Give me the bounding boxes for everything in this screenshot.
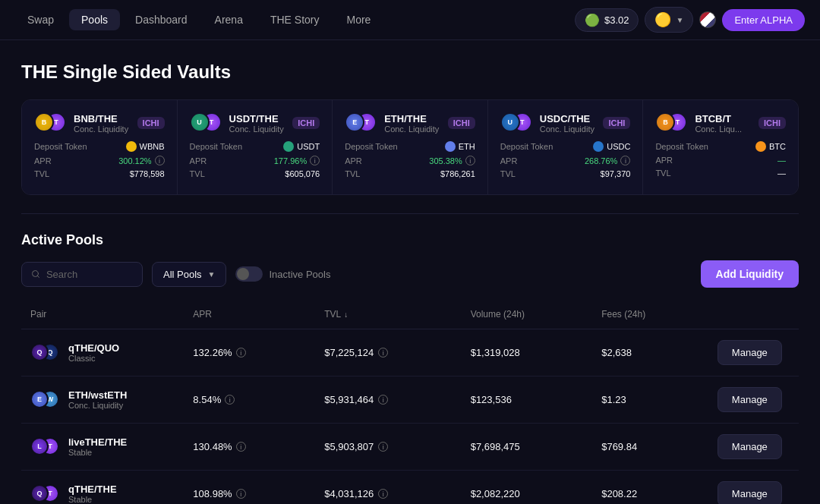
vault-apr-eth: APR 305.38% i <box>345 156 475 165</box>
vault-icons-btcb: B T <box>655 112 689 134</box>
info-icon-usdt-apr: i <box>310 156 320 165</box>
dot-eth <box>445 141 456 152</box>
col-header-apr: APR <box>184 303 315 329</box>
tvl-sort-icon: ↓ <box>344 310 348 319</box>
nav-more[interactable]: More <box>335 9 383 30</box>
vaults-row: B T BNB/THE Conc. Liquidity ICHI Deposit… <box>21 99 799 195</box>
tvl-cell-3: $4,031,126 i <box>315 471 461 505</box>
tvl-cell-0: $7,225,124 i <box>315 329 461 376</box>
pair-cell-3: QTqTHE/THEStable <box>21 471 184 505</box>
manage-cell-2: Manage <box>708 424 799 471</box>
pair-icon-qthe: Q <box>30 343 49 361</box>
info-icon-eth-apr: i <box>465 156 475 165</box>
vault-card-eth-the: E T ETH/THE Conc. Liquidity ICHI Deposit… <box>333 100 488 194</box>
vault-icon-eth: E <box>345 112 364 132</box>
vault-card-bnb-the: B T BNB/THE Conc. Liquidity ICHI Deposit… <box>22 100 178 194</box>
table-row: QTqTHE/THEStable108.98% i$4,031,126 i$2,… <box>21 471 799 505</box>
filter-chevron-icon: ▼ <box>208 270 216 279</box>
vault-deposit-usdt: Deposit Token USDT <box>190 141 320 152</box>
nav-arena[interactable]: Arena <box>203 9 255 30</box>
vault-card-usdc-the: U T USDC/THE Conc. Liquidity ICHI Deposi… <box>488 100 644 194</box>
pools-tbody: QQqTHE/QUOClassic132.26% i$7,225,124 i$1… <box>21 329 799 505</box>
vault-card-usdt-the: U T USDT/THE Conc. Liquidity ICHI Deposi… <box>178 100 333 194</box>
vault-name-bnb: BNB/THE Conc. Liquidity <box>74 113 128 134</box>
vault-header-usdc: U T USDC/THE Conc. Liquidity ICHI <box>500 112 631 134</box>
price-value: $3.02 <box>604 14 629 26</box>
svg-line-1 <box>37 276 39 277</box>
volume-cell-2: $7,698,475 <box>462 424 593 471</box>
vault-apr-usdt: APR 177.96% i <box>190 156 320 165</box>
vault-tvl-bnb: TVL $778,598 <box>34 169 165 178</box>
table-row: LTliveTHE/THEStable130.48% i$5,903,807 i… <box>21 424 799 471</box>
col-header-volume: Volume (24h) <box>462 303 593 329</box>
dot-usdt <box>283 141 294 152</box>
pools-table: Pair APR TVL ↓ Volume (24h) Fees (24h) Q… <box>21 303 799 504</box>
fees-cell-2: $769.84 <box>592 424 708 471</box>
vault-icon-usdt: U <box>190 112 210 132</box>
vault-icons-eth: E T <box>345 112 378 134</box>
search-box[interactable] <box>21 262 143 287</box>
dot-btc <box>755 141 766 152</box>
col-header-tvl[interactable]: TVL ↓ <box>315 303 461 329</box>
manage-button-3[interactable]: Manage <box>718 481 782 504</box>
inactive-pools-toggle[interactable] <box>235 266 263 282</box>
token-selector[interactable]: 🟡 ▼ <box>645 7 693 33</box>
manage-cell-3: Manage <box>708 471 799 505</box>
vault-tvl-btcb: TVL — <box>655 169 786 178</box>
ichi-badge-btcb: ICHI <box>758 117 786 129</box>
col-header-fees: Fees (24h) <box>592 303 708 329</box>
vault-icon-bnb: B <box>34 112 54 132</box>
nav-dashboard[interactable]: Dashboard <box>123 9 200 30</box>
vault-icons-usdt: U T <box>190 112 223 134</box>
enter-alpha-button[interactable]: Enter ALPHA <box>722 9 805 31</box>
apr-cell-3: 108.98% i <box>184 471 315 505</box>
col-header-pair: Pair <box>21 303 184 329</box>
dot-usdc <box>593 141 604 152</box>
info-icon-apr-2: i <box>236 442 246 452</box>
active-pools-title: Active Pools <box>21 232 799 248</box>
info-icon-apr-1: i <box>225 395 235 405</box>
vault-icons-bnb: B T <box>34 112 68 134</box>
vault-header-eth: E T ETH/THE Conc. Liquidity ICHI <box>345 112 475 134</box>
volume-cell-1: $123,536 <box>462 376 593 424</box>
manage-button-1[interactable]: Manage <box>718 387 782 412</box>
vault-apr-btcb: APR — <box>655 156 786 165</box>
info-icon-apr-3: i <box>236 489 246 499</box>
vault-deposit-usdc: Deposit Token USDC <box>500 141 631 152</box>
nav-swap[interactable]: Swap <box>15 9 66 30</box>
filter-dropdown[interactable]: All Pools ▼ <box>152 262 226 287</box>
price-badge: 🟢 $3.02 <box>575 8 639 32</box>
pair-icon-eth: E <box>30 390 49 408</box>
manage-button-0[interactable]: Manage <box>718 340 782 365</box>
vault-tvl-usdc: TVL $97,370 <box>500 169 631 178</box>
ichi-badge-usdt: ICHI <box>292 117 320 129</box>
vault-card-btcb-the: B T BTCB/T Conc. Liqu... ICHI Deposit To… <box>643 100 798 194</box>
add-liquidity-button[interactable]: Add Liquidity <box>701 260 799 288</box>
table-row: QQqTHE/QUOClassic132.26% i$7,225,124 i$1… <box>21 329 799 376</box>
vault-tvl-eth: TVL $786,261 <box>345 169 475 178</box>
search-input[interactable] <box>46 269 133 280</box>
apr-cell-1: 8.54% i <box>184 376 315 424</box>
pair-cell-1: EWETH/wstETHConc. Liquidity <box>21 376 184 424</box>
fees-cell-3: $208.22 <box>592 471 708 505</box>
vault-deposit-eth: Deposit Token ETH <box>345 141 475 152</box>
inactive-toggle-wrap: Inactive Pools <box>235 266 330 282</box>
pair-cell-2: LTliveTHE/THEStable <box>21 424 184 471</box>
manage-button-2[interactable]: Manage <box>718 434 782 459</box>
fees-cell-1: $1.23 <box>592 376 708 424</box>
vault-name-eth: ETH/THE Conc. Liquidity <box>384 113 439 134</box>
tvl-cell-1: $5,931,464 i <box>315 376 461 424</box>
nav-pools[interactable]: Pools <box>69 9 120 30</box>
nav-the-story[interactable]: THE Story <box>258 9 332 30</box>
manage-cell-1: Manage <box>708 376 799 424</box>
info-icon-tvl-2: i <box>378 442 388 452</box>
vault-header-usdt: U T USDT/THE Conc. Liquidity ICHI <box>190 112 320 134</box>
inactive-pools-label: Inactive Pools <box>269 269 330 280</box>
ichi-badge-eth: ICHI <box>448 117 475 129</box>
col-header-action <box>708 303 799 329</box>
pools-toolbar: All Pools ▼ Inactive Pools Add Liquidity <box>21 260 799 288</box>
flag-icon[interactable] <box>699 11 716 28</box>
pair-icon-livthe: L <box>30 437 49 455</box>
pair-icon-qthe: Q <box>30 484 49 502</box>
ichi-badge-usdc: ICHI <box>603 117 630 129</box>
